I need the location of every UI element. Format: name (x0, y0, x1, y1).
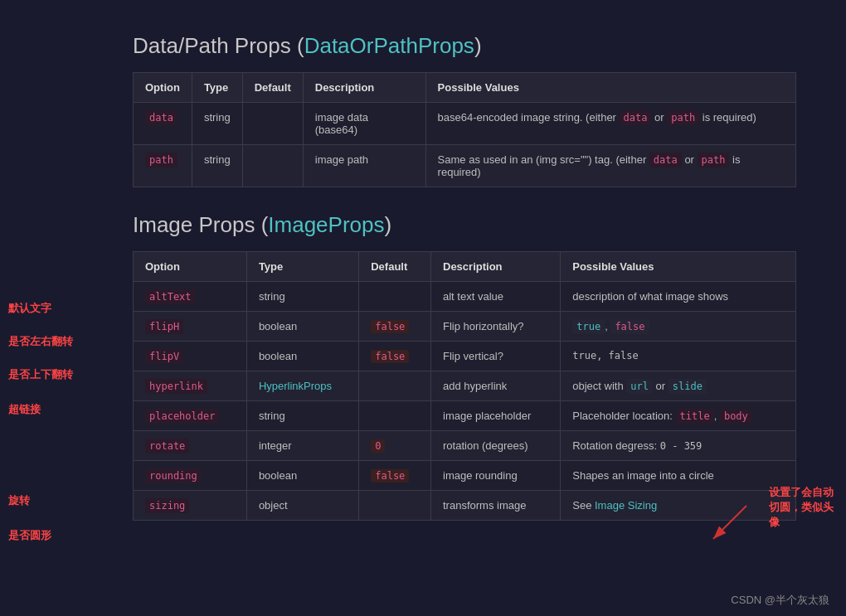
code-alttext: altText (145, 289, 196, 304)
desc-data: image data (base64) (303, 103, 425, 145)
hyperlink-type-link[interactable]: HyperlinkProps (259, 380, 332, 392)
image-header-row: Option Type Default Description Possible… (134, 252, 796, 282)
default-hyperlink (359, 371, 431, 401)
type-flipv: boolean (246, 342, 358, 371)
default-alttext (359, 282, 431, 312)
badge-false: false (371, 320, 409, 333)
code-hyperlink: hyperlink (145, 379, 207, 394)
default-rounding: false (359, 461, 431, 491)
datapath-table: Option Type Default Description Possible… (133, 72, 796, 187)
annotation-rotate: 旋转 (8, 493, 30, 508)
image-table: Option Type Default Description Possible… (133, 251, 796, 521)
code-inline: data (649, 153, 682, 167)
badge-zero: 0 (371, 439, 385, 453)
table-row: flipV boolean false Flip vertical? true,… (134, 342, 796, 371)
code-fliph: flipH (145, 319, 183, 334)
col-default-2: Default (359, 252, 431, 282)
section-title-datapath: Data/Path Props (DataOrPathProps) (133, 33, 796, 59)
main-content: Data/Path Props (DataOrPathProps) Option… (0, 0, 846, 562)
option-placeholder: placeholder (134, 401, 247, 431)
possible-sizing: See Image Sizing (561, 491, 796, 521)
option-flipv: flipV (134, 342, 247, 371)
annotation-circle: 是否圆形 (8, 528, 51, 543)
option-alttext: altText (134, 282, 247, 312)
col-possible-1: Possible Values (425, 73, 795, 103)
type-rounding: boolean (246, 461, 358, 491)
table-row: rotate integer 0 rotation (degrees) Rota… (134, 431, 796, 461)
table-row: path string image path Same as used in a… (134, 145, 796, 187)
code-false: false (610, 319, 649, 334)
table-row: data string image data (base64) base64-e… (134, 103, 796, 145)
col-type-1: Type (192, 73, 242, 103)
badge-false: false (371, 469, 409, 483)
possible-placeholder: Placeholder location: title, body (561, 401, 796, 431)
annotation-right-circle: 设置了会自动切圆，类似头像 (769, 485, 834, 531)
badge-false: false (371, 350, 409, 363)
option-hyperlink: hyperlink (134, 371, 247, 401)
possible-rounding: Shapes an image into a circle (561, 461, 796, 491)
type-alttext: string (246, 282, 358, 312)
code-flipv: flipV (145, 349, 183, 364)
table-row: sizing object transforms image See Image… (134, 491, 796, 521)
desc-fliph: Flip horizontally? (431, 312, 561, 342)
possible-data: base64-encoded image string. (either dat… (425, 103, 795, 145)
option-data: data (134, 103, 192, 145)
code-rounding: rounding (145, 468, 202, 483)
desc-rounding: image rounding (431, 461, 561, 491)
annotation-hyperlink: 超链接 (8, 402, 41, 417)
desc-path: image path (303, 145, 425, 187)
default-path (242, 145, 303, 187)
possible-rotate: Rotation degress: 0 - 359 (561, 431, 796, 461)
default-flipv: false (359, 342, 431, 371)
desc-rotate: rotation (degrees) (431, 431, 561, 461)
code-url: url (626, 379, 653, 394)
desc-alttext: alt text value (431, 282, 561, 312)
desc-flipv: Flip vertical? (431, 342, 561, 371)
possible-alttext: description of what image shows (561, 282, 796, 312)
code-slide: slide (669, 379, 707, 394)
option-fliph: flipH (134, 312, 247, 342)
desc-sizing: transforms image (431, 491, 561, 521)
table-row: flipH boolean false Flip horizontally? t… (134, 312, 796, 342)
col-possible-2: Possible Values (561, 252, 796, 282)
option-path: path (134, 145, 192, 187)
possible-flipv: true, false (561, 342, 796, 371)
code-title: title (676, 409, 714, 424)
code-true: true (572, 319, 605, 334)
table-row: rounding boolean false image rounding Sh… (134, 461, 796, 491)
datapath-link[interactable]: DataOrPathProps (304, 33, 474, 58)
table-row: hyperlink HyperlinkProps add hyperlink o… (134, 371, 796, 401)
default-fliph: false (359, 312, 431, 342)
col-type-2: Type (246, 252, 358, 282)
option-rounding: rounding (134, 461, 247, 491)
annotation-default-text: 默认文字 (8, 301, 51, 316)
table-row: placeholder string image placeholder Pla… (134, 401, 796, 431)
type-placeholder: string (246, 401, 358, 431)
annotation-flipud: 是否上下翻转 (8, 367, 73, 382)
code-inline: path (667, 110, 699, 125)
default-placeholder (359, 401, 431, 431)
annotation-fliplr: 是否左右翻转 (8, 334, 73, 349)
type-hyperlink: HyperlinkProps (246, 371, 358, 401)
col-default-1: Default (242, 73, 303, 103)
default-data (242, 103, 303, 145)
col-description-1: Description (303, 73, 425, 103)
possible-path: Same as used in an (img src="") tag. (ei… (425, 145, 795, 187)
watermark: CSDN @半个灰太狼 (731, 593, 829, 608)
default-sizing (359, 491, 431, 521)
section-title-image: Image Props (ImageProps) (133, 212, 796, 238)
table-row: altText string alt text value descriptio… (134, 282, 796, 312)
code-data: data (145, 110, 177, 125)
possible-fliph: true, false (561, 312, 796, 342)
type-path: string (192, 145, 242, 187)
range-code: 0 - 359 (660, 440, 703, 452)
image-sizing-link[interactable]: Image Sizing (595, 499, 657, 512)
imageprops-link[interactable]: ImageProps (268, 212, 384, 237)
datapath-header-row: Option Type Default Description Possible… (134, 73, 796, 103)
default-rotate: 0 (359, 431, 431, 461)
code-inline: path (698, 153, 730, 167)
option-sizing: sizing (134, 491, 247, 521)
type-data: string (192, 103, 242, 145)
type-rotate: integer (246, 431, 358, 461)
code-rotate: rotate (145, 439, 189, 454)
